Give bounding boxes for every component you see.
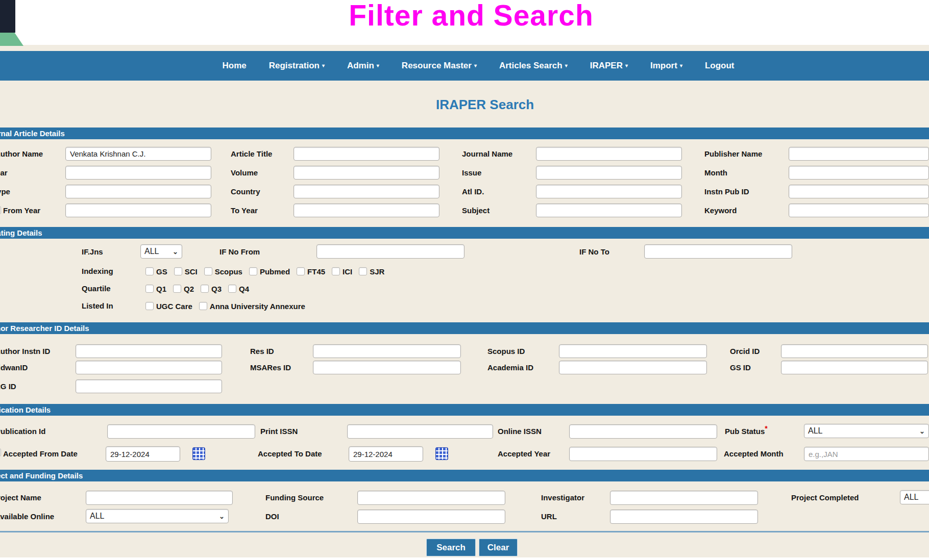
print-issn-input[interactable] bbox=[347, 424, 493, 439]
section-researcher-id-details-header: Author Researcher ID Details bbox=[0, 322, 929, 334]
checkbox-ugc-care[interactable] bbox=[145, 302, 154, 310]
gs-id-input[interactable] bbox=[781, 361, 928, 374]
nav-admin[interactable]: Admin▾ bbox=[347, 61, 379, 71]
available-online-label: Available Online bbox=[0, 510, 54, 523]
scopus-id-input[interactable] bbox=[559, 344, 707, 358]
nav-import[interactable]: Import▾ bbox=[650, 61, 682, 71]
keyword-input[interactable] bbox=[789, 203, 929, 217]
accepted-to-date-input[interactable] bbox=[349, 446, 423, 462]
chevron-down-icon: ⌄ bbox=[219, 513, 225, 520]
checkbox-sci[interactable] bbox=[174, 267, 182, 275]
year-input[interactable] bbox=[65, 166, 211, 180]
quartile-label: Quartile bbox=[82, 282, 111, 295]
res-id-label: Res ID bbox=[250, 344, 274, 358]
nav-logout[interactable]: Logout bbox=[705, 61, 735, 71]
calendar-icon[interactable] bbox=[192, 447, 205, 460]
chevron-down-icon: ▾ bbox=[377, 63, 379, 68]
volume-input[interactable] bbox=[294, 166, 439, 180]
project-completed-label: Project Completed bbox=[791, 491, 859, 504]
checkbox-q2[interactable] bbox=[173, 285, 181, 293]
funding-source-input[interactable] bbox=[357, 491, 505, 505]
msares-id-input[interactable] bbox=[313, 361, 461, 374]
doi-input[interactable] bbox=[357, 510, 505, 524]
quartile-checkbox-group: Q1 Q2 Q3 Q4 bbox=[145, 284, 249, 294]
url-input[interactable] bbox=[610, 510, 758, 524]
instn-pub-id-input[interactable] bbox=[789, 185, 929, 198]
nav-articles-search[interactable]: Articles Search▾ bbox=[499, 61, 568, 71]
from-year-checkbox[interactable] bbox=[0, 206, 1, 214]
publisher-name-input[interactable] bbox=[789, 147, 929, 161]
accepted-year-input[interactable] bbox=[569, 447, 717, 461]
accepted-month-input[interactable] bbox=[804, 447, 929, 461]
nav-registration[interactable]: Registration▾ bbox=[269, 61, 325, 71]
from-year-input[interactable] bbox=[65, 203, 211, 217]
online-issn-input[interactable] bbox=[569, 424, 717, 439]
accepted-from-date-label: Accepted From Date bbox=[3, 446, 78, 462]
country-label: Country bbox=[231, 185, 260, 198]
vidwan-id-input[interactable] bbox=[76, 361, 222, 374]
checkbox-gs[interactable] bbox=[145, 267, 154, 275]
rg-id-input[interactable] bbox=[76, 379, 222, 393]
project-name-input[interactable] bbox=[86, 491, 233, 505]
print-issn-label: Print ISSN bbox=[260, 424, 298, 438]
form-heading: IRAPER Search bbox=[0, 97, 929, 113]
section-rating-details-header: IF Rating Details bbox=[0, 227, 929, 239]
author-name-input[interactable] bbox=[65, 147, 211, 161]
academia-id-input[interactable] bbox=[559, 361, 707, 374]
from-year-label: From Year bbox=[3, 203, 40, 217]
checkbox-scopus[interactable] bbox=[204, 267, 212, 275]
search-button[interactable]: Search bbox=[426, 539, 476, 556]
year-label: Year bbox=[0, 166, 8, 180]
if-no-to-input[interactable] bbox=[644, 244, 792, 259]
section-publication-details-header: Publication Details bbox=[0, 404, 929, 416]
subject-input[interactable] bbox=[536, 203, 682, 217]
clear-button[interactable]: Clear bbox=[479, 539, 518, 556]
if-jns-select[interactable]: ALL⌄ bbox=[140, 244, 182, 259]
accepted-from-date-input[interactable] bbox=[106, 446, 180, 462]
calendar-icon[interactable] bbox=[435, 447, 448, 460]
article-title-input[interactable] bbox=[294, 147, 439, 161]
atl-id-input[interactable] bbox=[536, 185, 682, 198]
nav-resource-master[interactable]: Resource Master▾ bbox=[402, 61, 477, 71]
checkbox-q4[interactable] bbox=[228, 285, 236, 293]
issue-input[interactable] bbox=[536, 166, 682, 180]
msares-id-label: MSARes ID bbox=[250, 361, 291, 374]
checkbox-ft45[interactable] bbox=[297, 267, 305, 275]
available-online-select[interactable]: ALL⌄ bbox=[86, 509, 229, 523]
article-title-label: Article Title bbox=[231, 147, 272, 161]
checkbox-q1[interactable] bbox=[145, 285, 154, 293]
accepted-month-label: Accepted Month bbox=[724, 447, 784, 461]
checkbox-q3[interactable] bbox=[201, 285, 209, 293]
type-label: Type bbox=[0, 185, 10, 198]
project-name-label: Project Name bbox=[0, 491, 41, 504]
checkbox-pubmed[interactable] bbox=[249, 267, 257, 275]
to-year-input[interactable] bbox=[294, 203, 439, 217]
publication-id-input[interactable] bbox=[107, 424, 255, 439]
checkbox-ici[interactable] bbox=[332, 267, 340, 275]
investigator-input[interactable] bbox=[610, 491, 758, 505]
chevron-down-icon: ▾ bbox=[322, 63, 325, 68]
orcid-id-input[interactable] bbox=[781, 344, 928, 358]
publication-id-label: Publication Id bbox=[0, 424, 45, 438]
accepted-from-date-checkbox[interactable] bbox=[0, 448, 1, 456]
author-instn-id-input[interactable] bbox=[76, 344, 222, 358]
project-completed-select[interactable]: ALL⌄ bbox=[900, 490, 929, 504]
academia-id-label: Academia ID bbox=[487, 361, 533, 374]
doi-label: DOI bbox=[265, 510, 279, 523]
checkbox-sjr[interactable] bbox=[359, 267, 367, 275]
country-input[interactable] bbox=[294, 185, 439, 198]
month-label: Month bbox=[704, 166, 727, 180]
iraper-search-page: Filter and Search Home Registration▾ Adm… bbox=[0, 0, 929, 560]
scopus-id-label: Scopus ID bbox=[487, 344, 525, 358]
checkbox-anna-university-annexure[interactable] bbox=[199, 302, 207, 310]
journal-name-input[interactable] bbox=[536, 147, 682, 161]
gs-id-label: GS ID bbox=[730, 361, 751, 374]
type-input[interactable] bbox=[65, 185, 211, 198]
pub-status-select[interactable]: ALL⌄ bbox=[804, 424, 929, 438]
if-jns-label: IF.Jns bbox=[82, 245, 103, 259]
month-input[interactable] bbox=[789, 166, 929, 180]
res-id-input[interactable] bbox=[313, 344, 461, 358]
nav-home[interactable]: Home bbox=[222, 61, 246, 71]
if-no-from-input[interactable] bbox=[316, 244, 464, 259]
nav-iraper[interactable]: IRAPER▾ bbox=[590, 61, 628, 71]
